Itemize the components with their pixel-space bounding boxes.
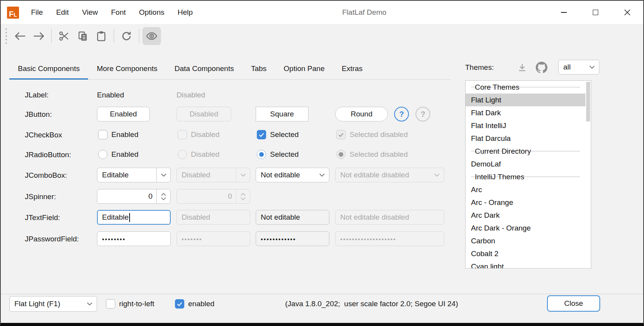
menu-view[interactable]: View bbox=[75, 1, 104, 24]
tab-extras[interactable]: Extras bbox=[333, 59, 371, 79]
combobox-value[interactable]: Editable bbox=[97, 171, 156, 179]
password-dots: •••••••• bbox=[102, 234, 126, 243]
chevron-up-icon bbox=[241, 193, 246, 196]
enabled-button[interactable]: Enabled bbox=[97, 107, 150, 121]
menu-edit[interactable]: Edit bbox=[50, 1, 76, 24]
chevron-down-icon bbox=[241, 197, 246, 200]
radio-enabled[interactable]: Enabled bbox=[98, 150, 138, 159]
toolbar-grip-handle[interactable] bbox=[5, 28, 7, 44]
paste-button[interactable] bbox=[92, 27, 111, 45]
menu-font[interactable]: Font bbox=[104, 1, 132, 24]
theme-item-flat-light[interactable]: Flat Light bbox=[466, 94, 585, 106]
theme-item-cobalt-2[interactable]: Cobalt 2 bbox=[466, 247, 585, 260]
radio-disabled: Disabled bbox=[178, 150, 220, 159]
chevron-down-icon[interactable] bbox=[161, 197, 166, 200]
theme-item-flat-darcula[interactable]: Flat Darcula bbox=[466, 132, 585, 145]
password-dots: ••••••••••••••••••• bbox=[340, 234, 396, 243]
theme-item-arc-dark[interactable]: Arc Dark bbox=[466, 209, 585, 222]
cut-button[interactable] bbox=[55, 27, 73, 45]
passwordfield-not-editable-disabled: ••••••••••••••••••• bbox=[335, 231, 444, 246]
spinner-buttons[interactable] bbox=[156, 189, 170, 203]
chevron-down-icon bbox=[430, 168, 444, 182]
app-logo-icon: FL bbox=[7, 7, 19, 19]
checkbox-enabled[interactable]: Enabled bbox=[98, 130, 138, 139]
theme-item-cyan-light[interactable]: Cyan light bbox=[466, 260, 585, 269]
radio-label: Selected disabled bbox=[350, 150, 408, 159]
theme-item-carbon[interactable]: Carbon bbox=[466, 234, 585, 247]
menu-options[interactable]: Options bbox=[132, 1, 171, 24]
logo-letter-f: F bbox=[9, 9, 14, 19]
scrollbar-thumb[interactable] bbox=[586, 82, 590, 121]
back-button[interactable] bbox=[11, 27, 29, 45]
combobox-editable[interactable]: Editable bbox=[97, 168, 171, 182]
jcombobox-row-label: JComboBox: bbox=[25, 171, 67, 180]
radio-icon bbox=[98, 150, 107, 159]
radio-selected[interactable]: Selected bbox=[257, 150, 299, 159]
radio-label: Enabled bbox=[111, 150, 138, 159]
theme-group-separator: Current Directory bbox=[466, 145, 585, 158]
jtextfield-row-label: JTextField: bbox=[25, 213, 60, 222]
tab-option-pane[interactable]: Option Pane bbox=[275, 59, 333, 79]
combobox-not-editable[interactable]: Not editable bbox=[256, 168, 329, 182]
passwordfield-disabled: ••••••• bbox=[177, 231, 250, 246]
laf-combobox[interactable]: Flat Light (F1) bbox=[9, 296, 97, 312]
checkbox-selected-disabled: Selected disabled bbox=[336, 130, 408, 139]
app-window: FL File Edit View Font Options Help Flat… bbox=[0, 0, 644, 326]
textfield-editable[interactable]: Editable bbox=[97, 210, 171, 225]
theme-item-flat-dark[interactable]: Flat Dark bbox=[466, 106, 585, 119]
themes-scrollbar[interactable] bbox=[585, 81, 591, 268]
tab-tabs[interactable]: Tabs bbox=[242, 59, 275, 79]
checkbox-disabled: Disabled bbox=[178, 130, 220, 139]
jcheckbox-row-label: JCheckBox bbox=[25, 131, 62, 139]
forward-button[interactable] bbox=[29, 27, 48, 45]
minimize-button[interactable] bbox=[548, 1, 580, 24]
minimize-icon bbox=[561, 12, 567, 13]
tab-more-components[interactable]: More Components bbox=[88, 59, 166, 79]
tab-bar: Basic Components More Components Data Co… bbox=[9, 59, 451, 80]
bottom-separator bbox=[1, 294, 643, 294]
radio-label: Disabled bbox=[191, 150, 220, 159]
download-icon bbox=[518, 63, 527, 72]
theme-item-arc-orange[interactable]: Arc - Orange bbox=[466, 196, 585, 209]
github-link-button[interactable] bbox=[535, 61, 548, 74]
download-theme-button[interactable] bbox=[517, 62, 528, 73]
chevron-up-icon[interactable] bbox=[161, 193, 166, 196]
menu-help[interactable]: Help bbox=[171, 1, 199, 24]
copy-button[interactable] bbox=[73, 27, 92, 45]
cut-scissors-icon bbox=[59, 31, 69, 42]
close-button[interactable]: Close bbox=[547, 295, 600, 312]
theme-group-label: Core Themes bbox=[475, 83, 519, 92]
theme-filter-combobox[interactable]: all bbox=[558, 60, 599, 75]
help-button[interactable]: ? bbox=[394, 107, 409, 121]
close-window-button[interactable] bbox=[611, 1, 643, 24]
window-title: FlatLaf Demo bbox=[342, 1, 386, 24]
combobox-value: Disabled bbox=[177, 171, 236, 179]
textfield-value: Editable bbox=[102, 213, 129, 222]
theme-item-demolaf[interactable]: DemoLaf bbox=[466, 158, 585, 170]
spinner-value[interactable]: 0 bbox=[97, 189, 156, 203]
menu-file[interactable]: File bbox=[24, 1, 50, 24]
themes-list: Core Themes Flat Light Flat Dark Flat In… bbox=[465, 80, 591, 269]
spinner-enabled[interactable]: 0 bbox=[97, 189, 171, 204]
theme-group-label: IntelliJ Themes bbox=[475, 173, 524, 181]
chevron-down-icon[interactable] bbox=[156, 168, 170, 182]
tab-basic-components[interactable]: Basic Components bbox=[9, 59, 88, 79]
refresh-button[interactable] bbox=[117, 27, 136, 45]
theme-group-separator: IntelliJ Themes bbox=[466, 170, 585, 183]
enabled-checkbox[interactable]: enabled bbox=[175, 299, 215, 309]
round-button[interactable]: Round bbox=[335, 107, 388, 121]
maximize-button[interactable] bbox=[580, 1, 611, 24]
theme-item-flat-intellij[interactable]: Flat IntelliJ bbox=[466, 119, 585, 132]
passwordfield-editable[interactable]: •••••••• bbox=[97, 231, 171, 246]
tab-data-components[interactable]: Data Components bbox=[166, 59, 242, 79]
checkbox-label: enabled bbox=[188, 300, 215, 308]
square-button[interactable]: Square bbox=[256, 107, 308, 121]
window-controls bbox=[548, 1, 643, 24]
right-to-left-checkbox[interactable]: right-to-left bbox=[106, 299, 154, 309]
show-hover-effects-toggle[interactable] bbox=[142, 27, 161, 45]
toolbar-separator bbox=[139, 29, 139, 43]
theme-item-arc-dark-orange[interactable]: Arc Dark - Orange bbox=[466, 222, 585, 234]
theme-item-arc[interactable]: Arc bbox=[466, 183, 585, 196]
checkbox-selected[interactable]: Selected bbox=[257, 130, 299, 139]
disabled-button: Disabled bbox=[177, 107, 231, 121]
